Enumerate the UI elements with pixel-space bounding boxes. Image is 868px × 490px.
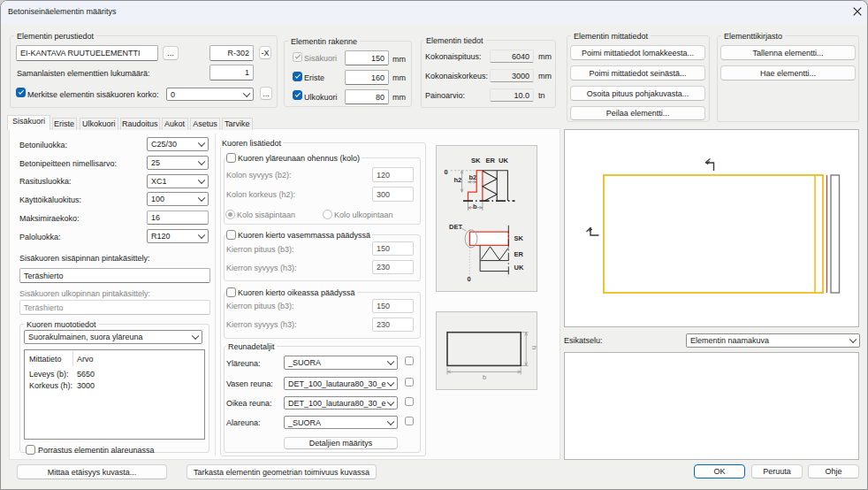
- svg-text:ER: ER: [514, 250, 524, 258]
- svg-text:h2: h2: [454, 176, 462, 184]
- svg-text:SK: SK: [514, 234, 524, 242]
- svg-text:SK: SK: [471, 157, 481, 165]
- svg-text:ER: ER: [486, 157, 496, 165]
- svg-text:DET: DET: [449, 223, 462, 231]
- svg-text:b: b: [483, 373, 486, 381]
- svg-text:b: b: [473, 203, 477, 211]
- svg-text:UK: UK: [514, 264, 524, 272]
- svg-text:UK: UK: [499, 157, 508, 165]
- svg-text:0: 0: [445, 168, 448, 176]
- svg-text:h: h: [530, 346, 537, 349]
- svg-text:b2: b2: [469, 173, 477, 181]
- svg-text:0: 0: [468, 275, 471, 283]
